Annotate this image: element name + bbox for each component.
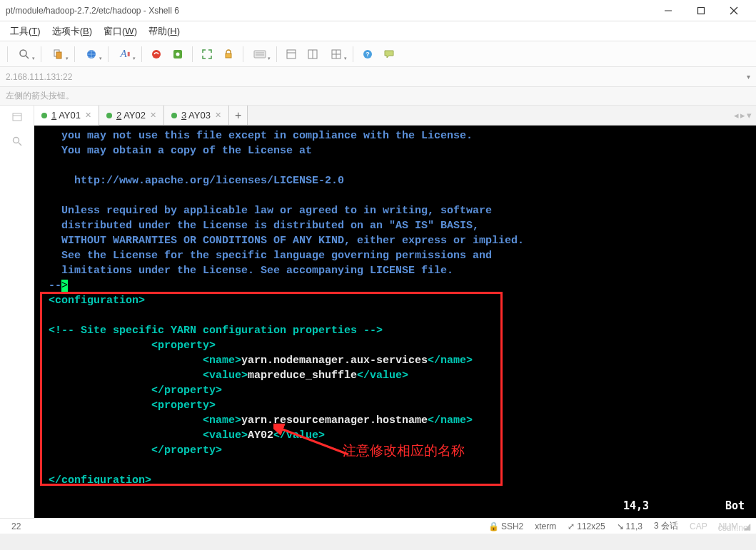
svg-line-5: [26, 56, 29, 58]
tab-nav: ◂ ▸ ▾: [734, 106, 756, 125]
tab-ay01[interactable]: 1 AY01 ✕: [34, 106, 99, 126]
minimize-button[interactable]: [652, 0, 685, 21]
tab-list-icon[interactable]: ▾: [747, 110, 752, 121]
tab-next-icon[interactable]: ▸: [740, 110, 745, 121]
toolbar: ▾ ▾ ▾ A▮▾ ▾ ▾ ?: [0, 41, 756, 67]
address-text: 2.168.111.131:22: [6, 72, 72, 82]
toolbar-separator: [74, 46, 75, 62]
window-title: pt/module/hadoop-2.7.2/etc/hadoop - Xshe…: [6, 6, 652, 16]
web-button[interactable]: ▾: [79, 44, 104, 64]
sidebar-search-icon[interactable]: [10, 134, 24, 148]
title-bar: pt/module/hadoop-2.7.2/etc/hadoop - Xshe…: [0, 0, 756, 21]
close-button[interactable]: [717, 0, 750, 21]
tab-ay02[interactable]: 2 AY02 ✕: [99, 106, 164, 125]
tab-bar: 1 AY01 ✕ 2 AY02 ✕ 3 AY03 ✕ + ◂ ▸ ▾: [34, 106, 756, 126]
status-left: 22: [6, 521, 26, 531]
tab-status-dot: [41, 113, 47, 118]
work-area: 1 AY01 ✕ 2 AY02 ✕ 3 AY03 ✕ + ◂ ▸ ▾ you m…: [0, 106, 756, 518]
svg-line-28: [19, 143, 21, 146]
maximize-button[interactable]: [685, 0, 717, 21]
hint-bar: 左侧的箭头按钮。: [0, 87, 756, 106]
keyboard-button[interactable]: ▾: [248, 44, 272, 64]
address-bar[interactable]: 2.168.111.131:22 ▾: [0, 67, 756, 87]
terminal-bot: Bot: [725, 499, 745, 514]
svg-rect-13: [254, 51, 266, 58]
tab-close-icon[interactable]: ✕: [150, 111, 156, 120]
search-button[interactable]: ▾: [12, 44, 36, 64]
font-button[interactable]: A▮▾: [113, 44, 137, 64]
lock-button[interactable]: [218, 44, 238, 64]
status-cursor: ↘ 11,3: [611, 521, 648, 531]
annotation-text: 注意修改相应的名称: [343, 443, 465, 458]
menu-tools[interactable]: 工具(T): [4, 25, 46, 38]
address-dropdown-icon[interactable]: ▾: [747, 73, 750, 81]
hint-text: 左侧的箭头按钮。: [6, 90, 74, 102]
toolbar-separator: [141, 46, 142, 62]
tab-prev-icon[interactable]: ◂: [734, 110, 739, 121]
layout1-button[interactable]: [281, 44, 301, 64]
layout2-button[interactable]: [303, 44, 323, 64]
copy-button[interactable]: ▾: [46, 44, 70, 64]
sidebar: [0, 106, 34, 518]
tab-status-dot: [171, 113, 177, 118]
green-tool-button[interactable]: [168, 44, 188, 64]
menu-window[interactable]: 窗口(W): [98, 25, 143, 38]
watermark: csdn.net: [718, 523, 750, 533]
svg-point-9: [152, 50, 161, 58]
status-term: xterm: [529, 521, 562, 531]
tab-close-icon[interactable]: ✕: [85, 111, 91, 120]
cursor-icon: ↘: [617, 521, 624, 531]
toolbar-separator: [243, 46, 243, 62]
status-sessions: 3 会话: [648, 520, 684, 532]
status-bar: 22 🔒SSH2 xterm ⤢ 112x25 ↘ 11,3 3 会话 CAP …: [0, 518, 756, 534]
svg-rect-12: [226, 54, 231, 58]
menu-tabs[interactable]: 选项卡(B): [46, 25, 98, 38]
toolbar-separator: [192, 46, 193, 62]
svg-text:?: ?: [366, 51, 370, 58]
svg-point-27: [13, 138, 19, 143]
main-pane: 1 AY01 ✕ 2 AY02 ✕ 3 AY03 ✕ + ◂ ▸ ▾ you m…: [34, 106, 756, 518]
layout3-button[interactable]: ▾: [324, 44, 348, 64]
sidebar-sessions-icon[interactable]: [10, 110, 24, 124]
chat-button[interactable]: [379, 44, 399, 64]
terminal[interactable]: you may not use this file except in comp…: [34, 126, 756, 518]
terminal-cursor: >: [61, 280, 68, 292]
terminal-position: 14,3: [623, 499, 649, 514]
toolbar-separator: [108, 46, 109, 62]
resize-icon: ⤢: [568, 521, 575, 531]
toolbar-separator: [353, 46, 353, 62]
svg-rect-1: [698, 7, 705, 14]
toolbar-separator: [7, 46, 8, 62]
menu-bar: 工具(T) 选项卡(B) 窗口(W) 帮助(H): [0, 21, 756, 41]
new-tab-button[interactable]: +: [229, 106, 248, 125]
lock-icon: 🔒: [488, 521, 499, 531]
tab-status-dot: [106, 113, 112, 118]
svg-point-4: [20, 50, 26, 56]
fullscreen-button[interactable]: [197, 44, 217, 64]
red-tool-button[interactable]: [146, 44, 166, 64]
status-ssh: 🔒SSH2: [483, 521, 529, 531]
toolbar-separator: [41, 46, 41, 62]
status-caps: CAP: [684, 521, 713, 531]
svg-rect-7: [56, 52, 61, 58]
svg-point-11: [176, 52, 180, 56]
tab-ay03[interactable]: 3 AY03 ✕: [164, 106, 229, 125]
help-button[interactable]: ?: [358, 44, 378, 64]
svg-rect-16: [287, 50, 296, 58]
status-size: ⤢ 112x25: [562, 521, 610, 531]
menu-help[interactable]: 帮助(H): [143, 25, 186, 38]
toolbar-separator: [276, 46, 277, 62]
tab-close-icon[interactable]: ✕: [215, 111, 221, 120]
svg-rect-25: [13, 113, 21, 121]
